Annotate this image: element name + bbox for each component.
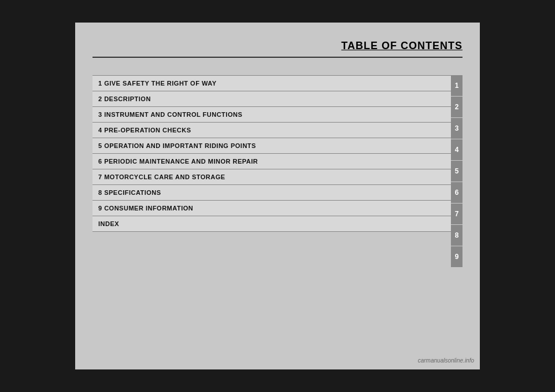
toc-cell-label: 5 OPERATION AND IMPORTANT RIDING POINTS <box>92 138 451 153</box>
sidebar-chapter-number: 7 <box>451 204 462 224</box>
sidebar-chapter-number: 2 <box>451 97 462 117</box>
page-title-area: TABLE OF CONTENTS <box>92 40 462 58</box>
toc-row: 1 GIVE SAFETY THE RIGHT OF WAY <box>92 75 451 91</box>
toc-row: 7 MOTORCYCLE CARE AND STORAGE <box>92 169 451 184</box>
toc-cell-label: 4 PRE-OPERATION CHECKS <box>92 123 451 138</box>
toc-cell-label: 1 GIVE SAFETY THE RIGHT OF WAY <box>92 76 451 91</box>
toc-cell-label: INDEX <box>92 216 451 231</box>
sidebar-index-placeholder <box>451 268 462 289</box>
sidebar-chapter-number: 3 <box>451 118 462 139</box>
content-area: 1 GIVE SAFETY THE RIGHT OF WAY2 DESCRIPT… <box>92 75 462 289</box>
toc-row: 2 DESCRIPTION <box>92 91 451 106</box>
sidebar-numbers: 123456789 <box>451 75 462 289</box>
watermark: carmanualsonline.info <box>418 357 474 364</box>
toc-cell-label: 3 INSTRUMENT AND CONTROL FUNCTIONS <box>92 107 451 122</box>
toc-row: 6 PERIODIC MAINTENANCE AND MINOR REPAIR <box>92 153 451 169</box>
toc-row: 4 PRE-OPERATION CHECKS <box>92 122 451 138</box>
page-container: TABLE OF CONTENTS 1 GIVE SAFETY THE RIGH… <box>75 23 480 369</box>
sidebar-chapter-number: 8 <box>451 225 462 246</box>
toc-row: INDEX <box>92 216 451 232</box>
page-title: TABLE OF CONTENTS <box>341 40 462 51</box>
sidebar-chapter-number: 6 <box>451 182 462 203</box>
toc-cell-label: 9 CONSUMER INFORMATION <box>92 201 451 216</box>
toc-cell-label: 8 SPECIFICATIONS <box>92 185 451 200</box>
toc-cell-label: 6 PERIODIC MAINTENANCE AND MINOR REPAIR <box>92 154 451 169</box>
sidebar-chapter-number: 4 <box>451 139 462 160</box>
sidebar-chapter-number: 5 <box>451 161 462 182</box>
sidebar-chapter-number: 9 <box>451 246 462 267</box>
toc-table: 1 GIVE SAFETY THE RIGHT OF WAY2 DESCRIPT… <box>92 75 451 289</box>
toc-row: 9 CONSUMER INFORMATION <box>92 200 451 216</box>
toc-row: 3 INSTRUMENT AND CONTROL FUNCTIONS <box>92 106 451 122</box>
toc-row: 5 OPERATION AND IMPORTANT RIDING POINTS <box>92 138 451 153</box>
toc-cell-label: 7 MOTORCYCLE CARE AND STORAGE <box>92 169 451 184</box>
sidebar-chapter-number: 1 <box>451 75 462 96</box>
toc-row: 8 SPECIFICATIONS <box>92 184 451 200</box>
toc-cell-label: 2 DESCRIPTION <box>92 91 451 106</box>
